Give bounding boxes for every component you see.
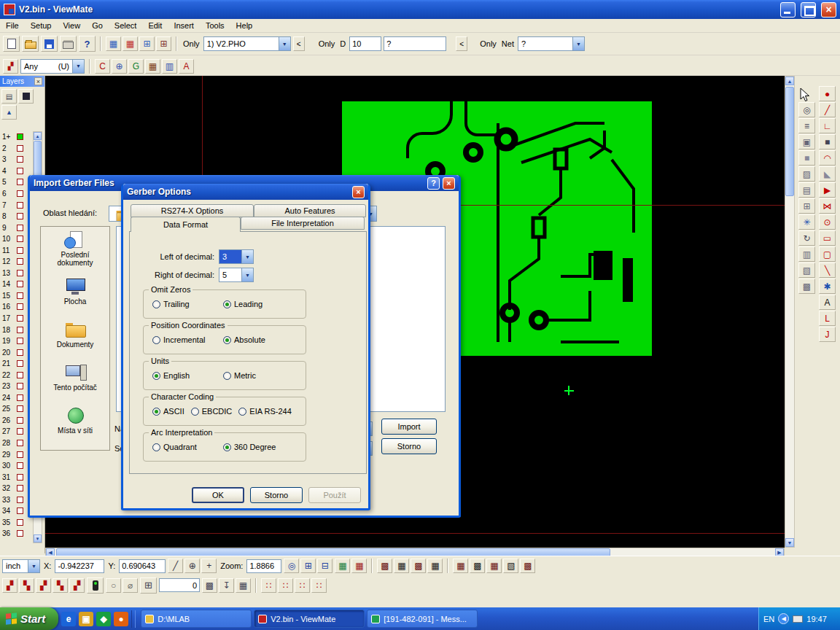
layer-color-chip[interactable] [17,508,23,514]
menu-item-go[interactable]: Go [86,20,109,31]
layer-color-chip[interactable] [17,133,23,140]
draw-line-tool-button[interactable]: ╱ [819,102,836,117]
layer-row[interactable]: 4 [0,166,32,177]
layer-color-chip[interactable] [17,247,23,254]
pad-pattern-tool-8-button[interactable]: ▧ [503,559,518,573]
firefox-icon[interactable]: ● [114,612,128,626]
dialog-close-button[interactable]: × [443,177,455,190]
ok-button[interactable]: OK [192,487,244,503]
radio-ascii[interactable]: ASCII [152,407,184,416]
hide-icons-icon[interactable]: ◀ [778,613,789,624]
text-tool-button[interactable]: A [819,295,836,310]
rows-tool-button[interactable]: ▤ [798,182,815,198]
chevron-down-icon[interactable]: ▼ [241,268,253,281]
d-code-input[interactable]: 10 [349,36,381,51]
step-value-input[interactable]: 0 [159,578,200,592]
pad-pattern-tool-6-button[interactable]: ▩ [470,559,485,573]
layer-color-chip[interactable] [17,236,23,242]
draw-pad-tool-button[interactable]: ● [819,86,836,101]
place-network-places[interactable]: Místa v síti [41,399,109,442]
import-button[interactable]: Import [381,419,437,435]
draw-rect-outline-tool-button[interactable]: ▭ [819,230,836,246]
place-documents[interactable]: Dokumenty [41,313,109,356]
flash-find-tool-button[interactable]: ⊞ [139,36,155,51]
chevron-down-icon[interactable]: ▼ [279,37,290,50]
hatch-tool-button[interactable]: ▨ [798,166,815,182]
highlight-net-tool-button[interactable]: ▦ [106,36,121,51]
radio-incremental[interactable]: Incremental [152,335,223,344]
annotation-tool-button[interactable]: A [179,59,194,74]
menu-item-select[interactable]: Select [109,20,143,31]
layer-color-chip[interactable] [17,270,23,276]
save-file-button[interactable] [41,36,58,52]
diameter-tool-button[interactable]: ⌀ [122,578,138,593]
draw-target-tool-button[interactable]: ⊙ [819,214,836,230]
layer-color-chip[interactable] [17,292,23,299]
dot-grid-tool-button[interactable]: ▩ [202,578,217,593]
zoom-in-tool-button[interactable]: ⊞ [300,559,316,573]
layer-color-chip[interactable] [17,315,23,322]
maximize-button[interactable] [801,2,816,18]
tab-data-format[interactable]: Data Format [131,217,241,232]
pad-pattern-tool-3-button[interactable]: ▩ [411,559,426,573]
layer-color-chip[interactable] [17,202,23,209]
component-tool-button[interactable]: C [95,59,110,74]
zoom-select-tool-button[interactable]: ◎ [284,559,299,573]
table-view-tool-button[interactable]: ▥ [798,246,815,262]
layer-color-chip[interactable] [17,428,23,435]
layer-color-chip[interactable] [17,156,23,163]
units-combo[interactable]: inch ▼ [2,559,40,573]
left-decimal-combo[interactable]: 3 ▼ [219,249,254,264]
draw-dashed-rect-tool-button[interactable]: ▢ [819,246,836,262]
checker-tool-1-button[interactable]: ▞ [2,578,18,593]
layer-color-chip[interactable] [17,303,23,310]
layer-color-chip[interactable] [17,405,23,412]
pad-pattern-tool-7-button[interactable]: ▦ [486,559,502,573]
chevron-down-icon[interactable]: ▼ [28,560,39,572]
layer-up-button[interactable]: ▲ [1,105,17,120]
layers-close-icon[interactable]: × [34,77,42,85]
mesh-tool-button[interactable]: ▦ [236,578,251,593]
origin-target-tool-button[interactable]: ⊕ [184,559,200,573]
layer-row[interactable]: 1+ [0,131,32,143]
layer-color-chip[interactable] [17,440,23,446]
radio-leading[interactable]: Leading [223,300,294,308]
grid-snap-tool-button[interactable]: ⊞ [798,198,815,214]
layers-panel-header[interactable]: Layers × [0,76,44,87]
layer-color-chip[interactable] [17,338,23,344]
stamp-tool-button[interactable]: ▧ [798,262,815,278]
red-dots-tool-3-button[interactable]: ∷ [295,578,310,593]
dialog-close-button[interactable]: × [352,186,365,198]
redraw-tool-button[interactable]: ≡ [798,118,815,133]
layer-color-chip[interactable] [17,394,23,401]
pad-grid-tool-button[interactable]: ▦ [145,59,160,74]
draw-flash-tool-button[interactable]: ▶ [819,182,836,198]
apply-button[interactable]: Použít [308,487,361,503]
letter-l-tool-button[interactable]: L [819,311,836,326]
circle-tool-button[interactable]: ○ [106,578,121,593]
flash-clear-tool-button[interactable]: ⊞ [156,36,171,51]
place-recent-documents[interactable]: Poslední dokumenty [41,227,109,270]
right-decimal-combo[interactable]: 5 ▼ [219,268,254,282]
radio-english[interactable]: English [152,371,223,380]
internet-explorer-icon[interactable]: e [61,612,76,626]
layer-color-chip[interactable] [17,327,23,333]
draw-bowtie-tool-button[interactable]: ⋈ [819,198,836,214]
draw-filled-rect-tool-button[interactable]: ■ [819,134,836,149]
pan-view-tool-button[interactable]: ◎ [798,102,815,117]
layer-color-chip[interactable] [17,213,23,219]
grid-toggle-button[interactable]: ⊞ [140,578,157,594]
layers-menu-button[interactable]: ▤ [1,89,17,104]
gerber-dialog-titlebar[interactable]: Gerber Options × [123,184,368,200]
menu-item-view[interactable]: View [57,20,86,31]
draw-polyline-tool-button[interactable]: ∟ [819,118,836,133]
scroll-down-icon[interactable]: ▼ [34,534,42,542]
radio-ebcdic[interactable]: EBCDIC [191,407,233,416]
hook-tool-button[interactable]: J [819,327,836,342]
messenger-quick-icon[interactable]: ◆ [96,612,111,626]
layer-color-chip[interactable] [17,360,23,367]
radio-quadrant[interactable]: Quadrant [152,443,223,451]
tab-file-interpretation[interactable]: File Interpretation [241,217,365,230]
draw-sketch-tool-button[interactable]: ╲ [819,262,836,278]
cancel-button[interactable]: Storno [250,487,303,503]
